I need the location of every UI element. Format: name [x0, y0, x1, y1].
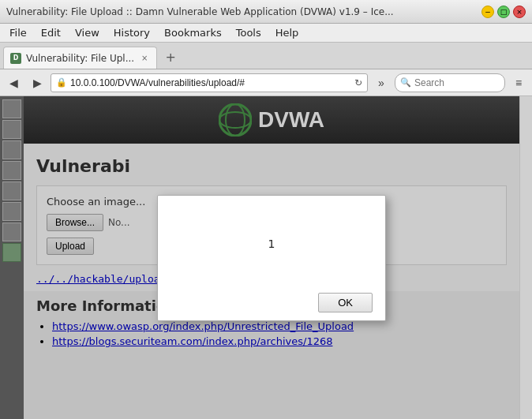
navigation-bar: ◀ ▶ 🔒 ↻ » 🔍 ≡ — [0, 69, 532, 96]
modal-body: 1 — [158, 196, 385, 285]
modal-message: 1 — [268, 238, 275, 250]
search-icon: 🔍 — [400, 77, 411, 88]
back-button[interactable]: ◀ — [3, 73, 24, 93]
tabs-bar: D Vulnerability: File Upl... × + — [0, 43, 532, 69]
search-bar-container: 🔍 — [395, 73, 505, 92]
menu-tools[interactable]: Tools — [230, 25, 268, 40]
search-input[interactable] — [414, 77, 500, 88]
tab-close-button[interactable]: × — [139, 53, 150, 64]
address-bar-container: 🔒 ↻ — [51, 73, 368, 92]
window-title: Vulnerability: File Upload :: Damn Vulne… — [6, 6, 481, 17]
menu-view[interactable]: View — [69, 25, 106, 40]
menu-help[interactable]: Help — [269, 25, 305, 40]
modal-dialog: 1 OK — [157, 195, 386, 321]
address-bar[interactable] — [70, 77, 351, 88]
forward-button[interactable]: ▶ — [27, 73, 47, 93]
menu-bookmarks[interactable]: Bookmarks — [158, 25, 228, 40]
sidebar-level-2[interactable] — [2, 120, 21, 139]
more-tools-button[interactable]: ≡ — [508, 73, 529, 93]
window-controls: − □ × — [481, 6, 526, 18]
sidebar-level-8[interactable] — [2, 243, 21, 262]
maximize-button[interactable]: □ — [497, 6, 510, 18]
sidebar-level-4[interactable] — [2, 161, 21, 180]
lock-icon: 🔒 — [56, 77, 67, 88]
new-tab-button[interactable]: + — [160, 47, 181, 67]
sidebar-level-6[interactable] — [2, 202, 21, 221]
browser-tab[interactable]: D Vulnerability: File Upl... × — [3, 47, 157, 69]
sidebar-level-3[interactable] — [2, 140, 21, 159]
minimize-button[interactable]: − — [481, 6, 494, 18]
browser-content: DVWA Vulnerabi Choose an image... Browse… — [0, 96, 532, 419]
menu-bar: File Edit View History Bookmarks Tools H… — [0, 24, 532, 43]
tab-favicon: D — [10, 53, 21, 64]
sidebar-level-7[interactable] — [2, 223, 21, 241]
close-button[interactable]: × — [513, 6, 526, 18]
menu-edit[interactable]: Edit — [35, 25, 67, 40]
more-pages-button[interactable]: » — [371, 73, 392, 93]
title-bar: Vulnerability: File Upload :: Damn Vulne… — [0, 0, 532, 24]
tab-title: Vulnerability: File Upl... — [26, 53, 134, 64]
menu-history[interactable]: History — [107, 25, 156, 40]
sidebar-level-1[interactable] — [2, 99, 21, 118]
refresh-button[interactable]: ↻ — [354, 77, 362, 88]
menu-file[interactable]: File — [3, 25, 33, 40]
security-sidebar — [0, 96, 24, 419]
main-content: DVWA Vulnerabi Choose an image... Browse… — [24, 96, 519, 419]
modal-footer: OK — [158, 285, 385, 320]
sidebar-level-5[interactable] — [2, 181, 21, 200]
scrollbar[interactable] — [519, 96, 532, 419]
ok-button[interactable]: OK — [318, 293, 373, 312]
modal-overlay: 1 OK — [24, 96, 519, 419]
